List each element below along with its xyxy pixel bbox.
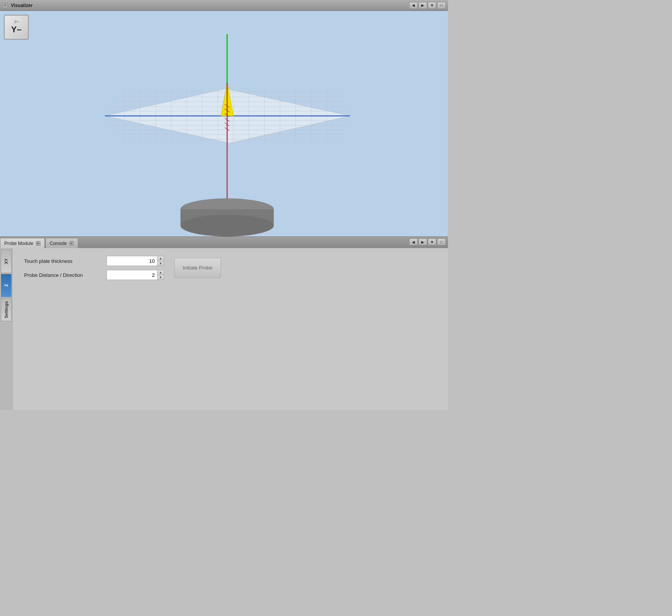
y-minus-orientation-btn[interactable]: Z+ Y–	[4, 15, 29, 40]
probe-distance-spinner: ▲ ▼	[157, 270, 164, 280]
title-bar: × Visualizer ◀ ▶ ▼ □	[0, 0, 448, 11]
sidebar-tab-z[interactable]: Z	[1, 274, 12, 297]
probe-distance-up-btn[interactable]: ▲	[158, 270, 164, 275]
tab-nav-forward[interactable]: ▶	[418, 238, 427, 245]
orientation-icon-top: Z+	[14, 20, 19, 24]
probe-distance-row: Probe Distance / Direction ▲ ▼	[24, 270, 164, 280]
nav-forward-btn[interactable]: ▶	[418, 2, 427, 9]
3d-scene	[0, 11, 448, 236]
window-title: Visualizer	[11, 3, 33, 8]
touch-plate-bottom	[180, 215, 274, 236]
touch-plate-row: Touch plate thickness ▲ ▼	[24, 256, 164, 266]
tab-nav-back[interactable]: ◀	[409, 238, 418, 245]
touch-plate-spinner: ▲ ▼	[157, 256, 164, 266]
minimize-btn[interactable]: ▼	[428, 2, 436, 9]
probe-distance-input-wrapper: ▲ ▼	[107, 270, 164, 280]
title-bar-controls: ◀ ▶ ▼ □	[409, 2, 446, 9]
tab-probe-module-close[interactable]: ×	[36, 241, 40, 246]
bottom-section: Probe Module × Console × ◀ ▶ ▼ □ XY Z Se…	[0, 236, 448, 410]
sidebar-tab-xy[interactable]: XY	[1, 250, 12, 273]
window-close-btn[interactable]: ×	[2, 3, 8, 8]
sidebar-tabs: XY Z Settings	[0, 248, 12, 410]
sidebar-tab-settings[interactable]: Settings	[1, 298, 12, 321]
content-area: Touch plate thickness ▲ ▼ Probe Distance…	[12, 248, 448, 410]
visualizer-panel: Z+ Y–	[0, 11, 448, 236]
probe-distance-down-btn[interactable]: ▼	[158, 275, 164, 280]
tab-console-close[interactable]: ×	[69, 241, 74, 246]
touch-plate-input[interactable]	[107, 256, 157, 266]
tab-console-label: Console	[50, 241, 67, 246]
module-panel: XY Z Settings Touch plate thickness	[0, 248, 448, 410]
orientation-label: Y–	[11, 24, 22, 35]
tab-maximize[interactable]: □	[437, 238, 446, 245]
touch-plate-label: Touch plate thickness	[24, 258, 102, 264]
tabs-bar: Probe Module × Console × ◀ ▶ ▼ □	[0, 236, 448, 248]
touch-plate-input-wrapper: ▲ ▼	[107, 256, 164, 266]
touch-plate-up-btn[interactable]: ▲	[158, 256, 164, 261]
tab-nav-down[interactable]: ▼	[428, 238, 436, 245]
probe-distance-input[interactable]	[107, 270, 157, 280]
probe-distance-label: Probe Distance / Direction	[24, 272, 102, 278]
tab-probe-module[interactable]: Probe Module ×	[0, 238, 45, 248]
tab-console[interactable]: Console ×	[46, 238, 78, 248]
initiate-probe-button[interactable]: Initiate Probe	[174, 258, 221, 278]
maximize-btn[interactable]: □	[437, 2, 446, 9]
touch-plate-down-btn[interactable]: ▼	[158, 261, 164, 266]
tab-probe-module-label: Probe Module	[4, 241, 33, 246]
tabs-bar-controls: ◀ ▶ ▼ □	[409, 238, 446, 245]
nav-back-btn[interactable]: ◀	[409, 2, 418, 9]
